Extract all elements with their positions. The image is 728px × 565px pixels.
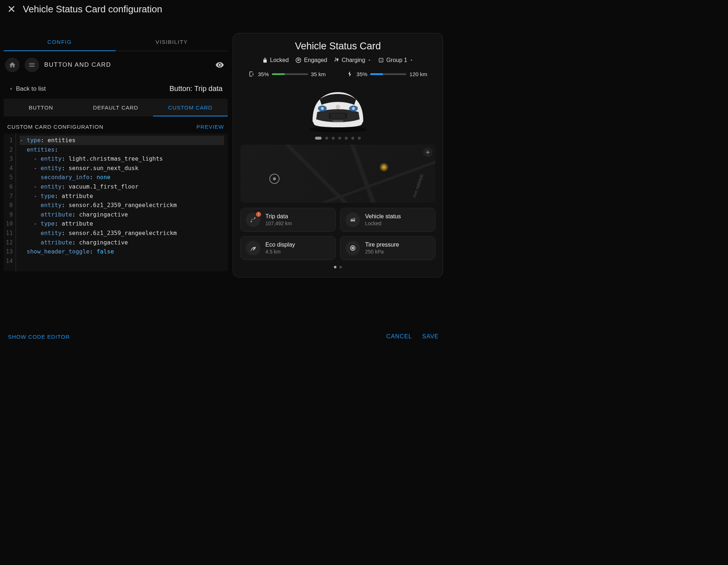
tile-title: Trip data: [265, 213, 292, 220]
charging-icon: [334, 57, 339, 63]
tab-visibility[interactable]: VISIBILITY: [116, 33, 228, 51]
tire-icon: [346, 241, 360, 255]
status-group[interactable]: 1 Group 1: [378, 57, 414, 63]
show-code-editor[interactable]: SHOW CODE EDITOR: [8, 334, 70, 340]
page-dot[interactable]: [334, 266, 336, 268]
card-title: Vehicle Status Card: [240, 41, 435, 52]
sub-tab-default-card[interactable]: DEFAULT CARD: [78, 99, 153, 116]
main-tabs: CONFIG VISIBILITY: [4, 33, 228, 51]
status-row: Locked Engaged Charging 1 Group 1: [240, 57, 435, 63]
progress-row: 35% 35 km 35% 120 km: [240, 69, 435, 79]
carousel-dots[interactable]: [315, 137, 361, 140]
carousel-dot[interactable]: [332, 137, 335, 140]
fuel-progress: 35% 35 km: [248, 71, 326, 77]
carousel-dot[interactable]: [358, 137, 361, 140]
chevron-down-icon: [367, 58, 372, 62]
tile-tire-pressure[interactable]: Tire pressure 250 kPa: [340, 236, 435, 260]
fuel-icon: [248, 71, 255, 77]
group-icon: 1: [378, 57, 384, 63]
code-gutter: 1234567891011121314: [4, 133, 16, 271]
car-image-area: [240, 84, 435, 140]
svg-point-3: [309, 127, 367, 132]
compass-icon[interactable]: [423, 148, 433, 157]
home-icon[interactable]: [5, 58, 20, 72]
preview-card: Vehicle Status Card Locked Engaged Charg…: [233, 33, 443, 277]
chevron-down-icon: [409, 58, 414, 62]
save-button[interactable]: SAVE: [422, 333, 439, 340]
carousel-dot[interactable]: [351, 137, 354, 140]
tile-eco-display[interactable]: Eco display 4.5 km: [240, 236, 336, 260]
carousel-dot[interactable]: [345, 137, 348, 140]
cancel-button[interactable]: CANCEL: [386, 333, 412, 340]
status-charging[interactable]: Charging: [334, 57, 372, 63]
tile-title: Vehicle status: [365, 213, 401, 220]
car-gear-icon: [346, 213, 360, 227]
tab-config[interactable]: CONFIG: [4, 33, 116, 51]
breadcrumb-title: BUTTON AND CARD: [44, 61, 111, 69]
status-engaged: Engaged: [295, 57, 327, 63]
carousel-dot[interactable]: [338, 137, 341, 140]
svg-point-7: [352, 107, 355, 110]
code-content[interactable]: - type: entities entities: - entity: lig…: [16, 133, 228, 271]
back-to-list[interactable]: Back to list: [9, 85, 46, 92]
section-label: CUSTOM CARD CONFIGURATION: [7, 124, 103, 130]
sub-tabs: BUTTON DEFAULT CARD CUSTOM CARD: [4, 99, 228, 116]
svg-point-17: [354, 219, 355, 219]
car-icon: [300, 87, 376, 134]
alert-badge: !: [256, 212, 261, 217]
back-label: Back to list: [16, 85, 46, 92]
preview-link[interactable]: PREVIEW: [197, 124, 224, 130]
dialog-title: Vehicle Status Card configuration: [23, 4, 162, 15]
carousel-dot[interactable]: [315, 137, 322, 140]
electric-icon: [347, 71, 353, 77]
svg-text:1: 1: [380, 59, 382, 62]
tile-subtitle: 250 kPa: [365, 249, 399, 255]
sub-tab-custom-card[interactable]: CUSTOM CARD: [153, 99, 228, 116]
svg-point-19: [352, 247, 354, 249]
map-area[interactable]: ovo nábřeží: [240, 145, 435, 203]
map-location-icon: [269, 174, 280, 184]
lock-icon: [262, 57, 268, 63]
route-icon: !: [246, 213, 260, 227]
code-editor[interactable]: 1234567891011121314 - type: entities ent…: [4, 133, 228, 271]
tile-trip-data[interactable]: ! Trip data 107,492 km: [240, 208, 336, 232]
close-icon[interactable]: ✕: [7, 4, 16, 15]
leaf-icon: [246, 241, 260, 255]
page-dot[interactable]: [339, 266, 342, 268]
map-pin: [380, 163, 388, 172]
carousel-dot[interactable]: [325, 137, 328, 140]
tile-vehicle-status[interactable]: Vehicle status Locked: [340, 208, 435, 232]
chevron-left-icon: [9, 87, 13, 91]
menu-icon[interactable]: [25, 58, 39, 72]
electric-progress: 35% 120 km: [347, 71, 427, 77]
sub-tab-button[interactable]: BUTTON: [4, 99, 78, 116]
status-locked: Locked: [262, 57, 289, 63]
svg-rect-13: [332, 120, 343, 122]
tile-subtitle: Locked: [365, 220, 401, 226]
parking-icon: [295, 57, 302, 63]
tile-title: Eco display: [265, 242, 295, 248]
tile-page-dots[interactable]: [240, 265, 435, 270]
tile-subtitle: 4.5 km: [265, 249, 295, 255]
svg-point-6: [321, 107, 324, 110]
visibility-icon[interactable]: [215, 61, 224, 69]
map-street-label: ovo nábřeží: [411, 173, 425, 198]
tile-grid: ! Trip data 107,492 km Vehicle status: [240, 208, 435, 260]
tile-subtitle: 107,492 km: [265, 220, 292, 226]
tile-title: Tire pressure: [365, 242, 399, 248]
button-title: Button: Trip data: [169, 84, 223, 93]
